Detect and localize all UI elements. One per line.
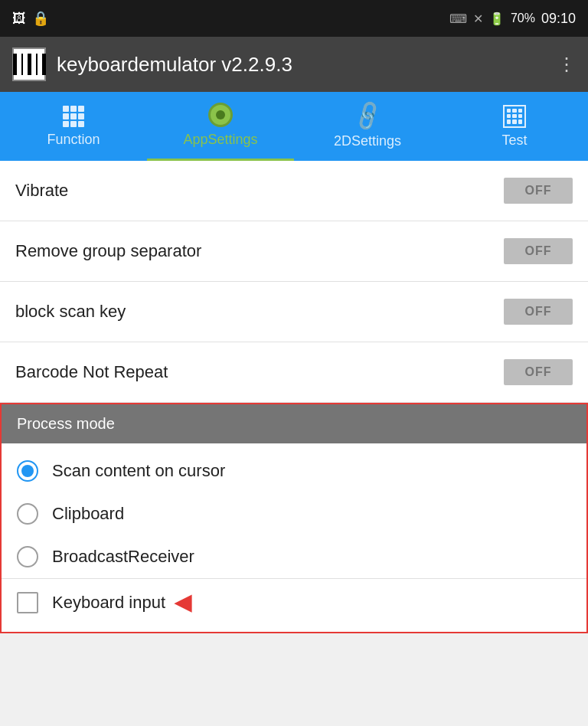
keyboard-input-label: Keyboard input [52,593,165,613]
block-scan-key-row: block scan key OFF [0,282,588,342]
remove-group-separator-label: Remove group separator [15,241,201,261]
tab-function[interactable]: Function [0,92,147,161]
status-bar: 🖼 🔒 ⌨ ✕ 🔋 70% 09:10 [0,0,588,37]
signal-icon: ✕ [473,11,483,26]
checkbox-keyboard-input [17,592,38,613]
radio-broadcast-receiver [17,546,38,567]
2dsettings-tab-icon: 🔗 [350,98,386,133]
vibrate-toggle[interactable]: OFF [504,178,573,204]
barcode-not-repeat-row: Barcode Not Repeat OFF [0,342,588,403]
status-right-info: ⌨ ✕ 🔋 70% 09:10 [449,11,576,27]
test-tab-icon [503,105,526,128]
process-mode-section: Process mode Scan content on cursor Clip… [0,403,588,633]
tab-2dsettings-label: 2DSettings [334,133,401,149]
tab-appsettings[interactable]: AppSettings [147,92,294,161]
status-left-icons: 🖼 🔒 [12,10,49,27]
option-scan-cursor[interactable]: Scan content on cursor [2,450,586,492]
title-bar: keyboardemulator v2.2.9.3 ⋮ [0,37,588,92]
radio-clipboard [17,503,38,525]
app-icon [12,47,46,81]
tab-test-label: Test [501,132,527,149]
scan-cursor-label: Scan content on cursor [52,461,225,481]
clipboard-label: Clipboard [52,504,124,524]
tab-function-label: Function [47,132,100,148]
red-arrow-icon: ◀ [175,590,191,615]
block-scan-key-toggle[interactable]: OFF [504,299,573,325]
vibrate-setting-row: Vibrate OFF [0,161,588,221]
tab-appsettings-label: AppSettings [183,132,257,148]
tab-test[interactable]: Test [441,92,588,161]
barcode-not-repeat-label: Barcode Not Repeat [15,362,168,382]
keyboard-icon: ⌨ [449,11,467,26]
radio-scan-cursor-fill [21,465,34,477]
radio-scan-cursor [17,460,38,482]
option-keyboard-input[interactable]: Keyboard input ◀ [2,578,586,626]
process-mode-options: Scan content on cursor Clipboard Broadca… [2,443,586,632]
settings-content: Vibrate OFF Remove group separator OFF b… [0,161,588,633]
function-tab-icon [63,106,84,127]
keyboard-input-label-group: Keyboard input ◀ [52,590,191,615]
process-mode-header: Process mode [2,404,586,443]
appsettings-tab-icon [208,103,233,127]
tab-bar: Function AppSettings 🔗 2DSettings Test [0,92,588,161]
battery-level: 70% [511,11,535,25]
block-scan-key-label: block scan key [15,302,126,322]
clock: 09:10 [541,11,576,27]
lock-icon: 🔒 [32,10,49,27]
broadcast-receiver-label: BroadcastReceiver [52,547,194,567]
battery-icon: 🔋 [489,11,505,26]
vibrate-label: Vibrate [15,181,68,201]
tab-2dsettings[interactable]: 🔗 2DSettings [294,92,441,161]
option-broadcast-receiver[interactable]: BroadcastReceiver [2,535,586,578]
remove-group-separator-row: Remove group separator OFF [0,221,588,282]
option-clipboard[interactable]: Clipboard [2,492,586,535]
app-title: keyboardemulator v2.2.9.3 [57,53,557,77]
image-icon: 🖼 [12,11,26,27]
barcode-not-repeat-toggle[interactable]: OFF [504,359,573,385]
remove-group-separator-toggle[interactable]: OFF [504,238,573,264]
process-mode-title: Process mode [17,415,115,432]
overflow-menu-icon[interactable]: ⋮ [557,54,576,75]
